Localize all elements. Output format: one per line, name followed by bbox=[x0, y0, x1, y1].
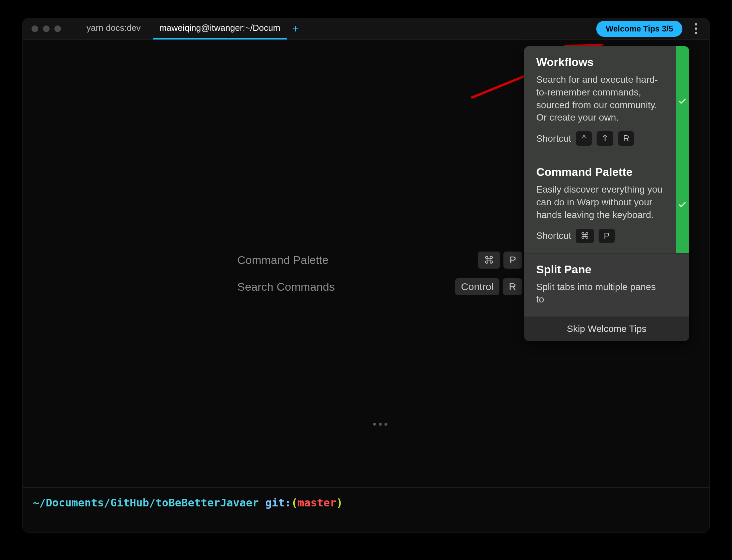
prompt-git-label: git bbox=[265, 496, 285, 509]
key-p: P bbox=[503, 252, 522, 269]
tip-body: Easily discover everything you can do in… bbox=[536, 183, 666, 221]
prompt-paren-close: ) bbox=[336, 496, 343, 509]
check-icon bbox=[678, 200, 687, 209]
suggestion-label: Search Commands bbox=[237, 280, 335, 293]
minimize-dot[interactable] bbox=[43, 25, 50, 32]
more-indicator-icon bbox=[373, 423, 387, 426]
welcome-tips-panel: Workflows Search for and execute hard-to… bbox=[524, 46, 689, 341]
welcome-tips-button[interactable]: Welcome Tips 3/5 bbox=[596, 21, 682, 37]
tip-card-command-palette[interactable]: Command Palette Easily discover everythi… bbox=[524, 156, 689, 253]
suggestion-label: Command Palette bbox=[237, 254, 328, 267]
tip-completed-stripe bbox=[676, 46, 689, 156]
prompt-branch: master bbox=[298, 496, 337, 509]
tip-title: Workflows bbox=[536, 56, 666, 69]
tip-card-split-pane[interactable]: Split Pane Split tabs into multiple pane… bbox=[524, 254, 689, 317]
suggestion-list: Command Palette ⌘ P Search Commands Cont… bbox=[237, 248, 522, 301]
maximize-dot[interactable] bbox=[54, 25, 61, 32]
titlebar: yarn docs:dev maweiqing@itwanger:~/Docum… bbox=[23, 18, 709, 40]
key-ctrl-icon: ^ bbox=[576, 131, 592, 146]
close-dot[interactable] bbox=[32, 25, 38, 32]
plus-icon: + bbox=[292, 22, 299, 35]
suggestion-command-palette[interactable]: Command Palette ⌘ P bbox=[237, 248, 522, 272]
tip-completed-stripe bbox=[676, 156, 689, 253]
key-cmd: ⌘ bbox=[478, 252, 500, 269]
tip-shortcut: Shortcut ^ ⇧ R bbox=[536, 131, 666, 146]
prompt-path: ~/Documents/GitHub/toBeBetterJavaer bbox=[33, 496, 265, 509]
tip-body: Search for and execute hard-to-remember … bbox=[536, 73, 666, 124]
key-shift-icon: ⇧ bbox=[597, 131, 613, 146]
traffic-lights bbox=[23, 25, 74, 32]
more-menu-button[interactable] bbox=[688, 21, 703, 36]
terminal-window: yarn docs:dev maweiqing@itwanger:~/Docum… bbox=[23, 18, 709, 533]
key-r: R bbox=[503, 278, 522, 295]
prompt-paren-open: ( bbox=[291, 496, 298, 509]
tip-title: Command Palette bbox=[536, 165, 666, 179]
key-control: Control bbox=[455, 278, 500, 295]
check-icon bbox=[678, 96, 687, 106]
tab-inactive[interactable]: yarn docs:dev bbox=[74, 18, 153, 40]
suggestion-search-commands[interactable]: Search Commands Control R bbox=[237, 275, 522, 299]
key-p: P bbox=[599, 229, 615, 243]
add-tab-button[interactable]: + bbox=[287, 20, 304, 38]
prompt-colon: : bbox=[285, 496, 291, 509]
tip-title: Split Pane bbox=[536, 263, 666, 276]
tip-shortcut: Shortcut ⌘ P bbox=[536, 229, 666, 243]
key-r: R bbox=[618, 131, 634, 146]
key-cmd-icon: ⌘ bbox=[576, 229, 594, 243]
tab-active[interactable]: maweiqing@itwanger:~/Docum bbox=[153, 18, 287, 40]
prompt-input[interactable]: ~/Documents/GitHub/toBeBetterJavaer git:… bbox=[23, 487, 709, 533]
tip-card-workflows[interactable]: Workflows Search for and execute hard-to… bbox=[524, 46, 689, 156]
tip-body: Split tabs into multiple panes to bbox=[536, 281, 666, 306]
skip-welcome-tips-button[interactable]: Skip Welcome Tips bbox=[524, 317, 689, 341]
